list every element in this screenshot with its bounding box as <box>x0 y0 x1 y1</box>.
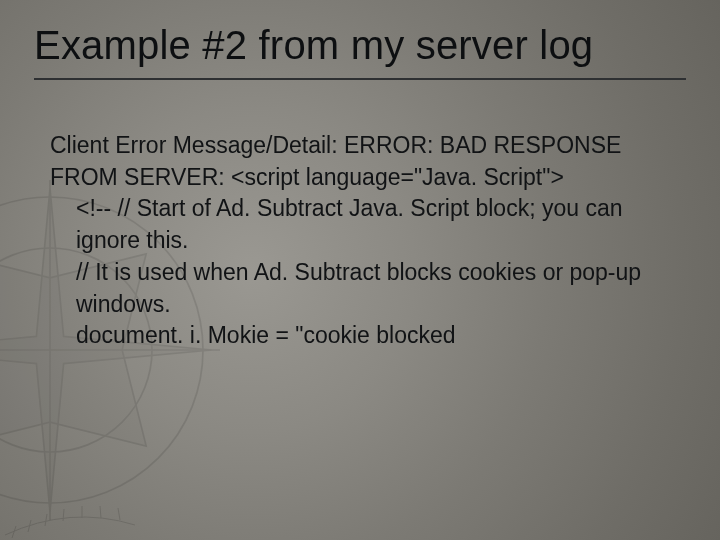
log-line: Client Error Message/Detail: ERROR: BAD … <box>50 130 676 193</box>
title-region: Example #2 from my server log <box>34 22 686 80</box>
svg-line-7 <box>28 520 31 532</box>
log-line: // It is used when Ad. Subtract blocks c… <box>50 257 676 320</box>
body-region: Client Error Message/Detail: ERROR: BAD … <box>50 130 676 352</box>
svg-line-9 <box>63 509 64 521</box>
log-line: document. i. Mokie = "cookie blocked <box>50 320 676 352</box>
svg-line-8 <box>45 514 47 526</box>
tick-marks-decoration <box>0 460 140 540</box>
slide: Example #2 from my server log Client Err… <box>0 0 720 540</box>
slide-title: Example #2 from my server log <box>34 22 686 80</box>
svg-line-12 <box>118 508 120 520</box>
log-line: <!-- // Start of Ad. Subtract Java. Scri… <box>50 193 676 256</box>
svg-line-11 <box>100 506 101 518</box>
svg-line-6 <box>12 526 16 538</box>
